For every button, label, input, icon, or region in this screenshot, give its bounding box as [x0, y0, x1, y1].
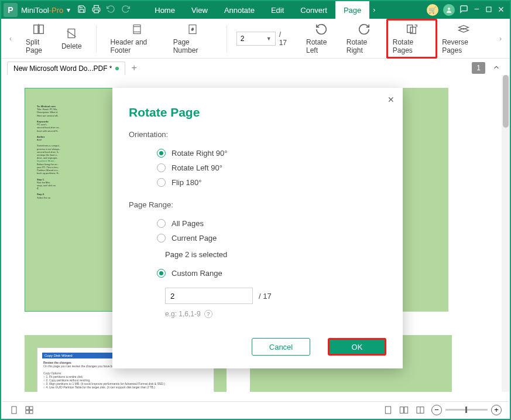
ribbon: ‹ Split Page Delete Header and Footer # … — [1, 19, 510, 59]
range-label: Page Range: — [129, 200, 386, 209]
brand-dropdown-icon[interactable]: ▾ — [67, 6, 70, 14]
dialog-close-button[interactable]: ✕ — [387, 95, 395, 104]
maximize-icon[interactable] — [485, 6, 492, 15]
range-custom[interactable]: Custom Range — [157, 266, 386, 281]
undo-icon[interactable] — [107, 5, 115, 15]
page-total-label: / 17 — [279, 30, 290, 47]
view-grid-icon[interactable] — [25, 405, 34, 415]
page-selector: 2 ▼ / 17 — [236, 30, 290, 47]
rotate-left-icon — [314, 23, 328, 36]
reverse-pages-icon — [457, 23, 471, 36]
file-tab[interactable]: New Microsoft Word Do...PDF * — [7, 62, 125, 75]
view-single-icon[interactable] — [9, 405, 19, 415]
file-tabs: New Microsoft Word Do...PDF * + 1 — [1, 59, 510, 75]
delete-icon — [64, 27, 78, 40]
app-window: P MiniTool-Pro ▾ Home View Annotate Edit… — [0, 0, 511, 420]
orient-rotate-right[interactable]: Rotate Right 90° — [157, 146, 386, 161]
radio-icon — [157, 149, 166, 158]
reverse-pages-button[interactable]: Reverse Pages — [437, 21, 490, 57]
svg-rect-3 — [486, 7, 491, 12]
cancel-button[interactable]: Cancel — [252, 338, 310, 356]
tab-view[interactable]: View — [183, 1, 216, 19]
rotate-page-dialog: ✕ Rotate Page Orientation: Rotate Right … — [112, 88, 403, 368]
view-bar: − + — [2, 401, 509, 418]
tab-home[interactable]: Home — [146, 1, 183, 19]
add-tab-button[interactable]: + — [131, 63, 136, 73]
scrollbar-thumb[interactable] — [503, 75, 509, 128]
user-icon[interactable] — [443, 4, 455, 16]
zoom-out-button[interactable]: − — [431, 405, 442, 415]
tab-annotate[interactable]: Annotate — [216, 1, 263, 19]
zoom-slider[interactable] — [445, 409, 488, 411]
svg-rect-25 — [404, 407, 408, 413]
print-icon[interactable] — [92, 5, 101, 15]
svg-rect-19 — [26, 407, 29, 409]
minimize-icon[interactable] — [473, 5, 481, 15]
save-icon[interactable] — [77, 5, 86, 15]
radio-icon — [157, 269, 166, 278]
tab-edit[interactable]: Edit — [263, 1, 292, 19]
orientation-label: Orientation: — [129, 130, 386, 139]
custom-range-input[interactable] — [165, 288, 253, 304]
range-input-row: / 17 — [165, 288, 386, 304]
close-icon[interactable] — [497, 5, 505, 15]
rotate-left-button[interactable]: Rotate Left — [301, 21, 342, 57]
chevron-down-icon: ▼ — [266, 36, 272, 42]
redo-icon[interactable] — [121, 5, 130, 15]
thumb-text: To: Minitool.com Title: Fixed. PC Wo..De… — [37, 105, 72, 199]
svg-rect-23 — [385, 407, 390, 414]
rotate-right-button[interactable]: Rotate Right — [342, 21, 386, 57]
dialog-actions: Cancel OK — [129, 338, 386, 356]
tabs-more-icon[interactable]: › — [369, 6, 379, 14]
page-number-button[interactable]: # Page Number — [169, 21, 217, 57]
svg-rect-9 — [68, 29, 75, 37]
rotate-right-icon — [357, 23, 371, 36]
rotate-pages-button[interactable]: Rotate Pages — [386, 19, 437, 59]
zoom-knob[interactable] — [465, 407, 467, 413]
view-mode-3-icon[interactable] — [415, 405, 426, 415]
help-icon[interactable]: ? — [204, 310, 212, 318]
feedback-icon[interactable] — [459, 5, 468, 15]
svg-rect-24 — [400, 407, 403, 413]
svg-rect-20 — [30, 407, 33, 409]
radio-icon — [157, 163, 166, 172]
titlebar: P MiniTool-Pro ▾ Home View Annotate Edit… — [1, 1, 510, 19]
app-logo: P — [4, 3, 18, 17]
radio-icon — [157, 234, 166, 243]
svg-rect-21 — [26, 410, 29, 413]
range-custom-row: Custom Range — [157, 266, 386, 281]
view-mode-1-icon[interactable] — [383, 405, 393, 415]
range-current-page[interactable]: Current Page — [157, 231, 386, 245]
header-footer-icon — [130, 23, 144, 36]
page-number-icon: # — [186, 23, 200, 36]
svg-rect-0 — [94, 10, 99, 13]
rotate-pages-icon — [404, 23, 419, 36]
tab-convert[interactable]: Convert — [292, 1, 335, 19]
current-page-badge: 1 — [472, 62, 485, 74]
orientation-options: Rotate Right 90° Rotate Left 90° Flip 18… — [157, 146, 386, 190]
tab-page[interactable]: Page — [335, 1, 369, 19]
vertical-scrollbar[interactable] — [502, 75, 510, 392]
range-options: All Pages Current Page — [157, 216, 386, 245]
ribbon-nav-right-icon[interactable]: › — [496, 35, 505, 43]
radio-icon — [157, 219, 166, 228]
orient-rotate-left[interactable]: Rotate Left 90° — [157, 161, 386, 175]
svg-rect-7 — [39, 25, 43, 33]
delete-button[interactable]: Delete — [57, 25, 87, 53]
range-all-pages[interactable]: All Pages — [157, 216, 386, 231]
radio-icon — [157, 178, 166, 187]
app-brand: MiniTool-Pro — [20, 6, 64, 15]
view-mode-2-icon[interactable] — [399, 405, 409, 415]
dialog-title: Rotate Page — [129, 105, 386, 119]
header-footer-button[interactable]: Header and Footer — [106, 21, 169, 57]
page-number-input[interactable]: 2 ▼ — [236, 32, 276, 46]
ribbon-nav-left-icon[interactable]: ‹ — [6, 35, 15, 43]
cart-icon[interactable]: 🛒 — [427, 4, 438, 16]
zoom-in-button[interactable]: + — [491, 405, 502, 415]
ok-button[interactable]: OK — [328, 338, 386, 356]
collapse-icon[interactable] — [489, 62, 504, 74]
split-page-button[interactable]: Split Page — [21, 21, 57, 57]
titlebar-right: 🛒 — [422, 4, 510, 16]
orient-flip[interactable]: Flip 180° — [157, 175, 386, 190]
range-total-label: / 17 — [259, 292, 272, 301]
